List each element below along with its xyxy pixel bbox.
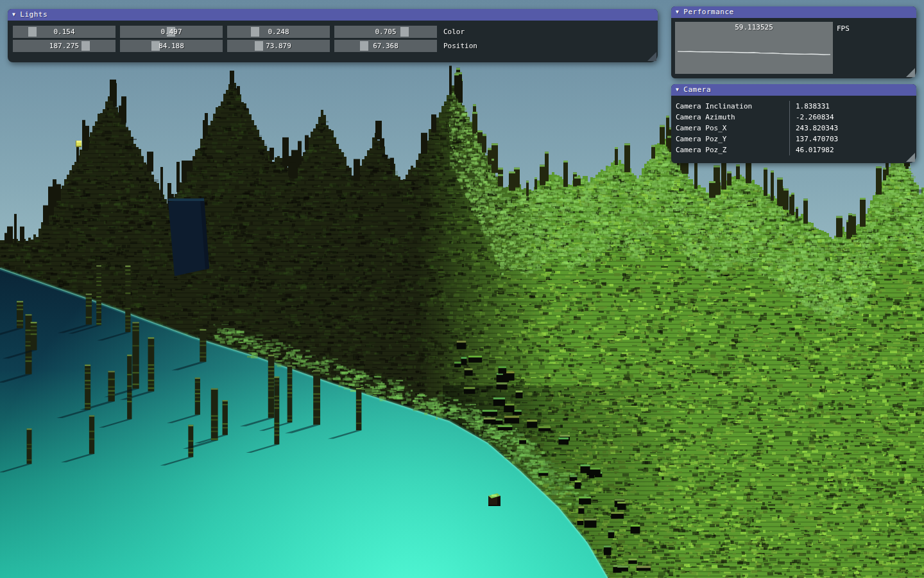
light-color-slider-1[interactable]: 0.154 (13, 26, 116, 38)
light-color-slider-4[interactable]: 0.705 (334, 26, 437, 38)
slider-value: 0.248 (227, 26, 330, 38)
slider-value: 0.154 (13, 26, 116, 38)
light-color-slider-row: 0.154 0.497 0.248 0.705 Color (13, 26, 465, 38)
slider-value: 0.497 (120, 26, 223, 38)
slider-value: 84.188 (120, 40, 223, 52)
fps-graph: 59.113525 (675, 22, 833, 74)
camera-panel-title: Camera (683, 85, 711, 94)
camera-poz-y-row[interactable]: Camera Poz_Y 137.470703 (671, 134, 916, 144)
resize-grip[interactable] (647, 52, 656, 61)
camera-row-value: 1.838331 (789, 101, 916, 112)
fps-label: FPS (837, 24, 850, 33)
light-color-slider-2[interactable]: 0.497 (120, 26, 223, 38)
position-row-label: Position (443, 42, 477, 50)
lights-panel-title: Lights (20, 10, 47, 19)
light-position-slider-2[interactable]: 84.188 (120, 40, 223, 52)
camera-row-value: 46.017982 (789, 144, 916, 155)
light-position-slider-row: 187.275 84.188 73.879 67.368 Position (13, 40, 477, 52)
collapse-triangle-icon[interactable]: ▼ (676, 6, 679, 18)
camera-inclination-row[interactable]: Camera Inclination 1.838331 (671, 101, 916, 112)
camera-values-table: Camera Inclination 1.838331 Camera Azimu… (671, 101, 916, 155)
fps-current-value: 59.113525 (675, 23, 833, 31)
light-position-slider-4[interactable]: 67.368 (334, 40, 437, 52)
app-window: ▼Lights 0.154 0.497 0.248 0.705 Color (0, 0, 924, 578)
color-row-label: Color (443, 28, 465, 36)
camera-poz-z-row[interactable]: Camera Poz_Z 46.017982 (671, 144, 916, 155)
slider-value: 67.368 (334, 40, 437, 52)
performance-panel-title: Performance (683, 8, 733, 16)
camera-row-label: Camera Poz_Y (671, 134, 789, 144)
performance-panel-titlebar[interactable]: ▼Performance (671, 6, 916, 18)
slider-value: 187.275 (13, 40, 116, 52)
performance-panel: ▼Performance 59.113525 FPS (671, 6, 916, 78)
light-position-slider-3[interactable]: 73.879 (227, 40, 330, 52)
resize-grip[interactable] (906, 68, 915, 77)
slider-value: 0.705 (334, 26, 437, 38)
camera-azimuth-row[interactable]: Camera Azimuth -2.260834 (671, 112, 916, 123)
camera-row-value: 243.820343 (789, 123, 916, 134)
camera-row-value: 137.470703 (789, 134, 916, 144)
camera-row-value: -2.260834 (789, 112, 916, 123)
light-color-slider-3[interactable]: 0.248 (227, 26, 330, 38)
camera-panel: ▼Camera Camera Inclination 1.838331 Came… (671, 84, 916, 163)
camera-panel-titlebar[interactable]: ▼Camera (671, 84, 916, 96)
light-position-slider-1[interactable]: 187.275 (13, 40, 116, 52)
slider-value: 73.879 (227, 40, 330, 52)
lights-panel: ▼Lights 0.154 0.497 0.248 0.705 Color (8, 9, 658, 62)
camera-row-label: Camera Inclination (671, 101, 789, 112)
camera-pos-x-row[interactable]: Camera Pos_X 243.820343 (671, 123, 916, 134)
resize-grip[interactable] (906, 153, 915, 162)
lights-panel-titlebar[interactable]: ▼Lights (8, 9, 658, 21)
collapse-triangle-icon[interactable]: ▼ (12, 9, 15, 21)
camera-row-label: Camera Pos_X (671, 123, 789, 134)
camera-row-label: Camera Poz_Z (671, 144, 789, 155)
collapse-triangle-icon[interactable]: ▼ (676, 84, 679, 96)
camera-row-label: Camera Azimuth (671, 112, 789, 123)
